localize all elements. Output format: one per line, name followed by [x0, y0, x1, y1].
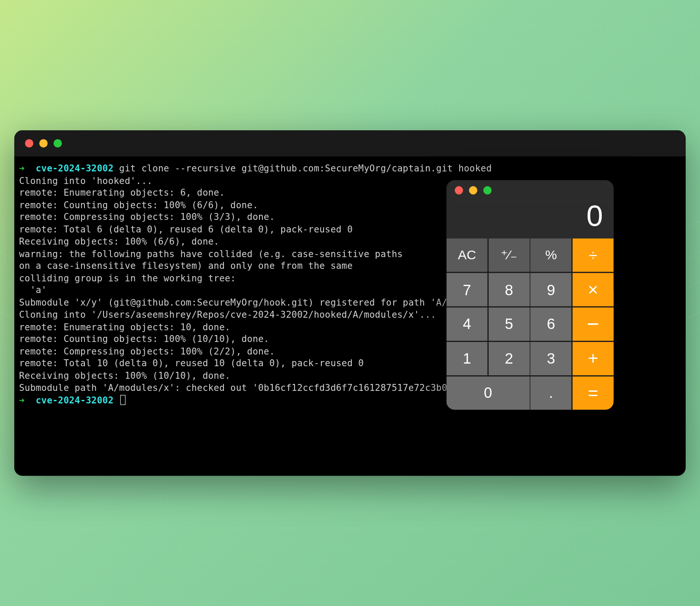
zero-button[interactable]: 0	[447, 376, 530, 410]
seven-button[interactable]: 7	[447, 273, 488, 307]
command-text: git clone --recursive git@github.com:Sec…	[119, 163, 492, 174]
calculator-titlebar[interactable]	[447, 180, 614, 200]
close-icon[interactable]	[25, 139, 33, 148]
prompt-cwd: cve-2024-32002	[36, 163, 113, 174]
calculator-keypad: AC ⁺∕₋ % ÷ 7 8 9 × 4 5 6 − 1 2 3 + 0 . =	[447, 239, 614, 410]
decimal-button[interactable]: .	[531, 376, 572, 410]
four-button[interactable]: 4	[447, 307, 488, 341]
plus-button[interactable]: +	[573, 342, 614, 376]
zoom-icon[interactable]	[483, 186, 492, 194]
calculator-window: 0 AC ⁺∕₋ % ÷ 7 8 9 × 4 5 6 − 1 2 3 + 0 .…	[447, 180, 614, 409]
five-button[interactable]: 5	[489, 307, 530, 341]
six-button[interactable]: 6	[531, 307, 572, 341]
one-button[interactable]: 1	[447, 342, 488, 376]
minimize-icon[interactable]	[469, 186, 477, 194]
ac-button[interactable]: AC	[447, 239, 488, 272]
two-button[interactable]: 2	[489, 342, 530, 376]
prompt-arrow-icon: ➜	[19, 395, 25, 406]
sign-button[interactable]: ⁺∕₋	[489, 239, 530, 272]
percent-button[interactable]: %	[531, 239, 572, 272]
minimize-icon[interactable]	[39, 139, 48, 148]
zoom-icon[interactable]	[54, 139, 62, 148]
divide-button[interactable]: ÷	[573, 239, 614, 272]
terminal-titlebar[interactable]	[14, 130, 686, 156]
prompt-cwd: cve-2024-32002	[36, 395, 113, 406]
prompt-line: ➜ cve-2024-32002 git clone --recursive g…	[19, 162, 681, 174]
calculator-display: 0	[447, 200, 614, 239]
prompt-arrow-icon: ➜	[19, 163, 25, 174]
eight-button[interactable]: 8	[489, 273, 530, 307]
nine-button[interactable]: 9	[531, 273, 572, 307]
three-button[interactable]: 3	[531, 342, 572, 376]
minus-button[interactable]: −	[573, 307, 614, 341]
cursor-icon	[120, 395, 126, 405]
multiply-button[interactable]: ×	[573, 273, 614, 307]
close-icon[interactable]	[455, 186, 463, 194]
equals-button[interactable]: =	[573, 376, 614, 410]
